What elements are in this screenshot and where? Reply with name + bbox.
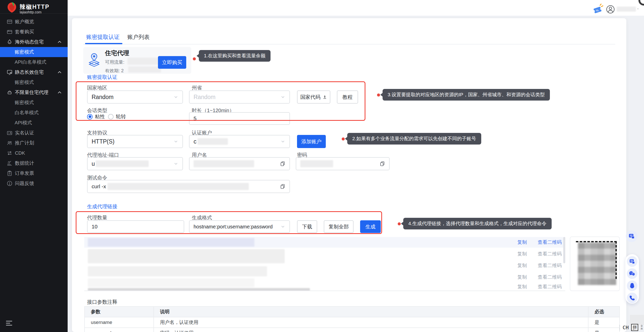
sidebar-item-real-name-auth[interactable]: 实名认证 bbox=[0, 128, 68, 138]
sidebar-item-api-whitelist-mode[interactable]: API白名单模式 bbox=[0, 57, 68, 67]
test-cmd-prefix: curl -x bbox=[92, 183, 106, 189]
copy-icon[interactable] bbox=[380, 161, 385, 167]
ime-drag-handle[interactable] bbox=[619, 325, 620, 330]
country-code-label: 国家代码 bbox=[300, 94, 320, 101]
collapse-menu-icon[interactable] bbox=[6, 320, 13, 326]
sidebar-item-account-password-mode-active[interactable]: 账密模式 bbox=[0, 47, 68, 57]
ime-extra-glyphs: OH bbox=[641, 325, 642, 330]
sidebar-item-plan-purchase[interactable]: 套餐购买 bbox=[0, 27, 68, 37]
sidebar-menu: 账户概览 套餐购买 海外动态住宅 账密模式 API白名单模式 静态长效住宅 bbox=[0, 17, 68, 188]
copy-link[interactable]: 复制 bbox=[517, 274, 527, 280]
phone-button[interactable] bbox=[627, 293, 637, 303]
state-select[interactable]: Random bbox=[189, 90, 290, 104]
traffic-label: 可用流量: bbox=[105, 59, 124, 65]
sidebar-item-cdk[interactable]: CDK bbox=[0, 148, 68, 158]
sidebar-item-label: 实名认证 bbox=[15, 130, 34, 136]
section-generate-heading[interactable]: 生成代理链接 bbox=[87, 203, 117, 210]
count-input[interactable]: 10 bbox=[87, 220, 184, 233]
add-account-label: 添加账户 bbox=[301, 138, 321, 145]
copy-link[interactable]: 复制 bbox=[517, 239, 527, 246]
session-radio-rotate[interactable]: 轮转 bbox=[108, 113, 126, 120]
sidebar-item-api-mode[interactable]: API模式 bbox=[0, 118, 68, 128]
test-cmd-input[interactable]: curl -x bbox=[87, 180, 290, 193]
sidebar-item-account-overview[interactable]: 账户概览 bbox=[0, 17, 68, 27]
sidebar-item-label: 账密模式 bbox=[15, 99, 34, 106]
generate-button[interactable]: 生成 bbox=[360, 220, 381, 233]
section-auth-heading[interactable]: 账密提取认证 bbox=[87, 74, 117, 81]
brand-logo-pepper-icon bbox=[7, 2, 17, 13]
sidebar-item-label: 白名单模式 bbox=[15, 109, 39, 116]
list-scrollbar-thumb[interactable] bbox=[563, 237, 565, 263]
chat-float-button[interactable] bbox=[626, 230, 637, 242]
duration-input[interactable]: 5 bbox=[189, 112, 290, 125]
format-select[interactable]: hostname:port:username:password bbox=[189, 220, 290, 233]
country-select[interactable]: Random bbox=[87, 90, 183, 104]
proxy-line-redacted bbox=[88, 266, 267, 276]
tutorial-button[interactable]: 教程 bbox=[337, 90, 358, 104]
copy-link[interactable]: 复制 bbox=[517, 262, 527, 269]
corner-widget-arc bbox=[638, 0, 644, 6]
proxy-addr-select[interactable]: u bbox=[87, 157, 183, 170]
sticky-radio-label: 粘性 bbox=[95, 113, 105, 120]
online-chat-button[interactable] bbox=[627, 256, 637, 267]
view-qr-link[interactable]: 查看二维码 bbox=[538, 251, 562, 257]
sidebar-item-label: 静态长效住宅 bbox=[15, 69, 44, 76]
country-select-value: Random bbox=[92, 94, 114, 101]
duration-value: 5 bbox=[194, 115, 197, 122]
download-button[interactable]: 下载 bbox=[297, 220, 317, 233]
auth-account-select[interactable]: c bbox=[189, 135, 290, 148]
qq-button[interactable] bbox=[627, 280, 637, 291]
sidebar-item-feedback[interactable]: 问题反馈 bbox=[0, 178, 68, 188]
protocol-select[interactable]: HTTP(S) bbox=[87, 135, 183, 148]
copy-link[interactable]: 复制 bbox=[517, 283, 527, 290]
add-account-button[interactable]: 添加账户 bbox=[297, 135, 326, 148]
tab-account-password-auth[interactable]: 账密提取认证 bbox=[86, 33, 120, 41]
tab-account-list[interactable]: 账户列表 bbox=[127, 33, 150, 41]
tooltip-4-dot bbox=[398, 222, 401, 225]
password-input[interactable] bbox=[296, 157, 390, 170]
sidebar-group-unlimited-residential[interactable]: 不限量住宅代理 bbox=[0, 87, 68, 98]
coupon-icon[interactable]: % bbox=[593, 4, 604, 15]
proxy-line-redacted bbox=[88, 238, 254, 247]
country-code-button[interactable]: 国家代码 bbox=[297, 90, 330, 104]
dashboard-icon bbox=[7, 19, 13, 25]
view-qr-link[interactable]: 查看二维码 bbox=[538, 274, 562, 280]
copy-link[interactable]: 复制 bbox=[517, 251, 527, 257]
session-radio-sticky[interactable]: 粘性 bbox=[87, 113, 105, 120]
ime-indicator[interactable]: CH 拼 OH bbox=[619, 324, 642, 331]
sidebar-item-referral-plan[interactable]: 推广计划 bbox=[0, 138, 68, 148]
brand-name: 辣椒HTTP bbox=[20, 3, 49, 11]
chevron-down-icon bbox=[280, 224, 285, 229]
copy-icon[interactable] bbox=[280, 161, 285, 167]
sidebar-group-overseas-dynamic[interactable]: 海外动态住宅 bbox=[0, 37, 68, 47]
qr-code-panel bbox=[570, 236, 620, 291]
username-input[interactable] bbox=[189, 157, 290, 170]
user-menu-caret[interactable]: · bbox=[637, 6, 639, 11]
buy-now-button[interactable]: 立即购买 bbox=[158, 56, 186, 69]
cell-description: 用户名，认证使用 bbox=[154, 317, 588, 327]
expiry-label: 有效期: 2 bbox=[105, 68, 124, 74]
chevron-down-icon bbox=[173, 139, 178, 144]
sidebar-item-account-password-mode-2[interactable]: 账密模式 bbox=[0, 77, 68, 87]
sidebar-group-static-residential[interactable]: 静态长效住宅 bbox=[0, 67, 68, 77]
username-redacted bbox=[617, 7, 636, 12]
chat-bubbles-icon bbox=[628, 233, 635, 240]
tooltip-1-dot bbox=[193, 57, 196, 60]
bar-chart-icon bbox=[7, 160, 13, 166]
copy-all-button[interactable]: 复制全部 bbox=[324, 220, 354, 233]
sidebar-item-whitelist-mode[interactable]: 白名单模式 bbox=[0, 108, 68, 118]
view-qr-link[interactable]: 查看二维码 bbox=[538, 262, 562, 269]
view-qr-link[interactable]: 查看二维码 bbox=[538, 283, 562, 290]
sidebar-item-account-password-mode-3[interactable]: 账密模式 bbox=[0, 98, 68, 108]
alert-circle-icon bbox=[7, 180, 13, 186]
chevron-down-icon bbox=[173, 94, 178, 100]
wechat-button[interactable] bbox=[627, 268, 637, 279]
copy-icon[interactable] bbox=[280, 184, 285, 189]
sidebar-item-orders-invoices[interactable]: 订单发票 bbox=[0, 168, 68, 178]
home-lock-icon bbox=[7, 89, 13, 96]
sidebar-item-statistics[interactable]: 数据统计 bbox=[0, 158, 68, 168]
sidebar-item-label: 套餐购买 bbox=[15, 29, 34, 35]
view-qr-link[interactable]: 查看二维码 bbox=[538, 239, 562, 246]
avatar-icon[interactable] bbox=[606, 5, 615, 14]
proxy-addr-redacted bbox=[96, 160, 149, 167]
